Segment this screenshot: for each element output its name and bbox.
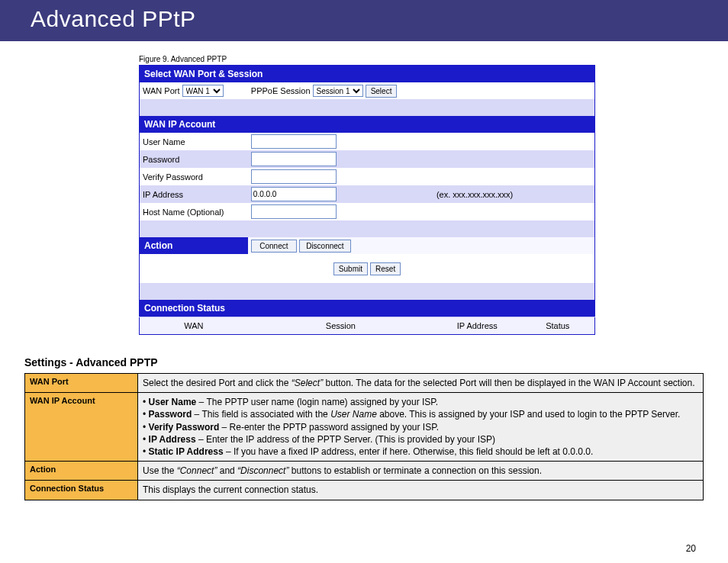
section-action: Action bbox=[140, 237, 248, 254]
wan-port-select[interactable]: WAN 1 bbox=[182, 85, 224, 97]
verify-password-input[interactable] bbox=[251, 169, 337, 184]
ip-address-input[interactable] bbox=[251, 187, 337, 201]
help-desc: Select the desired Port and click the “S… bbox=[138, 374, 704, 393]
host-name-label: Host Name (Optional) bbox=[140, 203, 248, 220]
pppoe-session-label: PPPoE Session bbox=[251, 86, 311, 95]
status-col-ip: IP Address bbox=[433, 317, 521, 335]
password-label: Password bbox=[140, 150, 248, 168]
page-number: 20 bbox=[686, 543, 696, 554]
help-label: WAN IP Account bbox=[25, 393, 138, 462]
select-button[interactable]: Select bbox=[366, 85, 398, 98]
section-wan-ip: WAN IP Account bbox=[140, 116, 595, 133]
status-col-wan: WAN bbox=[140, 317, 248, 335]
help-desc: This displays the current connection sta… bbox=[138, 481, 704, 500]
help-desc: Use the “Connect” and “Disconnect” butto… bbox=[138, 462, 704, 481]
host-name-input[interactable] bbox=[251, 204, 337, 219]
user-name-input[interactable] bbox=[251, 134, 337, 149]
password-input[interactable] bbox=[251, 152, 337, 166]
user-name-label: User Name bbox=[140, 133, 248, 150]
section-select-wan: Select WAN Port & Session bbox=[140, 66, 595, 83]
help-label: Connection Status bbox=[25, 481, 138, 500]
reset-button[interactable]: Reset bbox=[370, 262, 401, 275]
connect-button[interactable]: Connect bbox=[251, 240, 297, 253]
section-conn-status: Connection Status bbox=[140, 300, 595, 317]
pppoe-session-select[interactable]: Session 1 bbox=[313, 85, 363, 97]
status-col-status: Status bbox=[521, 317, 595, 335]
submit-button[interactable]: Submit bbox=[333, 262, 368, 275]
figure-caption: Figure 9. Advanced PPTP bbox=[139, 55, 728, 63]
help-label: WAN Port bbox=[25, 374, 138, 393]
wan-port-label: WAN Port bbox=[143, 86, 180, 95]
status-col-session: Session bbox=[248, 317, 433, 335]
verify-password-label: Verify Password bbox=[140, 168, 248, 185]
pptp-config-figure: Select WAN Port & Session WAN Port WAN 1… bbox=[139, 65, 595, 335]
page-title: Advanced PPtP bbox=[0, 0, 728, 41]
disconnect-button[interactable]: Disconnect bbox=[299, 240, 351, 253]
help-desc: • User Name – The PPTP user name (login … bbox=[138, 393, 704, 462]
ip-address-label: IP Address bbox=[140, 185, 248, 203]
ip-address-hint: (ex. xxx.xxx.xxx.xxx) bbox=[433, 185, 595, 203]
help-label: Action bbox=[25, 462, 138, 481]
help-title: Settings - Advanced PPTP bbox=[24, 356, 704, 368]
help-table: WAN PortSelect the desired Port and clic… bbox=[24, 373, 704, 500]
